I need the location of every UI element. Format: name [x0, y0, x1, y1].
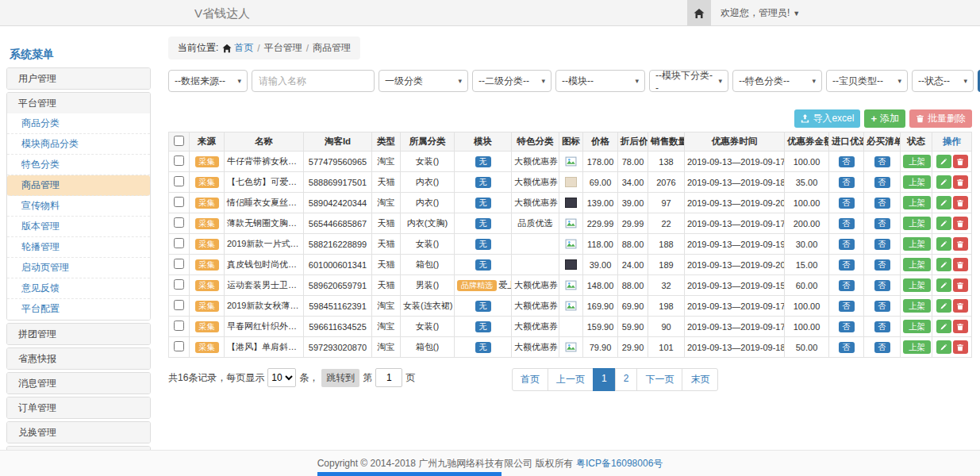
must-buy-badge[interactable]: 否 — [874, 259, 890, 271]
jump-button[interactable]: 跳转到 — [321, 369, 359, 387]
page-button-4[interactable]: 下一页 — [636, 368, 682, 391]
import-select-badge[interactable]: 否 — [839, 342, 855, 353]
status-on-shelf-button[interactable]: 上架 — [903, 237, 931, 251]
must-buy-badge[interactable]: 否 — [874, 301, 890, 312]
delete-button[interactable] — [953, 155, 968, 168]
sidebar-item[interactable]: 意见反馈 — [7, 278, 150, 299]
row-checkbox[interactable] — [174, 197, 184, 207]
must-buy-badge[interactable]: 否 — [874, 177, 890, 188]
status-on-shelf-button[interactable]: 上架 — [903, 299, 931, 313]
edit-button[interactable] — [936, 258, 951, 271]
breadcrumb-item-platform[interactable]: 平台管理 — [264, 41, 302, 55]
status-on-shelf-button[interactable]: 上架 — [903, 196, 931, 209]
sidebar-group-5[interactable]: 订单管理 — [7, 397, 150, 418]
breadcrumb-home-link[interactable]: 首页 — [222, 41, 253, 55]
delete-button[interactable] — [953, 175, 968, 189]
must-buy-badge[interactable]: 否 — [874, 156, 890, 167]
delete-button[interactable] — [953, 320, 968, 333]
sidebar-item[interactable]: 商品分类 — [7, 113, 150, 134]
sidebar-group-1[interactable]: 平台管理 — [7, 93, 150, 113]
row-checkbox[interactable] — [174, 279, 184, 290]
row-checkbox[interactable] — [174, 217, 184, 228]
delete-button[interactable] — [953, 278, 968, 292]
edit-button[interactable] — [936, 175, 951, 189]
filter-select-8[interactable]: --状态--▾ — [912, 70, 974, 92]
must-buy-badge[interactable]: 否 — [874, 218, 890, 229]
sidebar-group-6[interactable]: 兑换管理 — [7, 422, 150, 443]
delete-button[interactable] — [953, 196, 968, 209]
status-on-shelf-button[interactable]: 上架 — [903, 340, 931, 354]
row-checkbox[interactable] — [174, 300, 184, 310]
delete-button[interactable] — [953, 217, 968, 230]
delete-button[interactable] — [953, 340, 968, 354]
edit-button[interactable] — [936, 196, 951, 209]
icp-link[interactable]: 粤ICP备16098006号 — [576, 458, 663, 469]
sidebar-item[interactable]: 平台配置 — [7, 299, 150, 320]
sidebar-item[interactable]: 启动页管理 — [7, 258, 150, 278]
status-on-shelf-button[interactable]: 上架 — [903, 155, 931, 168]
edit-button[interactable] — [936, 155, 951, 168]
row-checkbox[interactable] — [174, 259, 184, 269]
row-checkbox[interactable] — [174, 321, 184, 331]
must-buy-badge[interactable]: 否 — [874, 342, 890, 353]
home-button[interactable] — [687, 0, 711, 26]
page-button-2[interactable]: 1 — [593, 368, 616, 391]
delete-button[interactable] — [953, 237, 968, 251]
row-checkbox[interactable] — [174, 176, 184, 186]
edit-button[interactable] — [936, 340, 951, 354]
per-page-select[interactable]: 10 — [267, 368, 296, 387]
status-on-shelf-button[interactable]: 上架 — [903, 258, 931, 271]
import-select-badge[interactable]: 否 — [839, 239, 855, 250]
status-on-shelf-button[interactable]: 上架 — [903, 320, 931, 333]
filter-select-0[interactable]: --数据来源--▾ — [168, 70, 248, 92]
must-buy-badge[interactable]: 否 — [874, 239, 890, 250]
sidebar-item[interactable]: 特色分类 — [7, 155, 150, 175]
sidebar-item[interactable]: 模块商品分类 — [7, 134, 150, 155]
import-select-badge[interactable]: 否 — [839, 177, 855, 188]
row-checkbox[interactable] — [174, 238, 184, 248]
sidebar-item[interactable]: 版本管理 — [7, 217, 150, 237]
import-select-badge[interactable]: 否 — [839, 218, 855, 229]
must-buy-badge[interactable]: 否 — [874, 198, 890, 209]
sidebar-group-4[interactable]: 消息管理 — [7, 373, 150, 393]
edit-button[interactable] — [936, 320, 951, 333]
page-button-1[interactable]: 上一页 — [548, 368, 594, 391]
import-select-badge[interactable]: 否 — [839, 259, 855, 271]
filter-select-7[interactable]: --宝贝类型--▾ — [826, 70, 908, 92]
user-menu[interactable]: 欢迎您，管理员!▼ — [721, 6, 800, 20]
jump-page-input[interactable] — [375, 368, 402, 387]
edit-button[interactable] — [936, 278, 951, 292]
row-checkbox[interactable] — [174, 341, 184, 351]
page-button-5[interactable]: 末页 — [682, 368, 718, 391]
sidebar-item[interactable]: 宣传物料 — [7, 196, 150, 217]
must-buy-badge[interactable]: 否 — [874, 280, 890, 291]
add-button[interactable]: + 添加 — [864, 109, 905, 128]
sidebar-item[interactable]: 轮播管理 — [7, 237, 150, 258]
page-button-0[interactable]: 首页 — [512, 368, 548, 391]
delete-button[interactable] — [953, 258, 968, 271]
filter-select-6[interactable]: --特色分类--▾ — [732, 70, 822, 92]
sidebar-item[interactable]: 商品管理 — [7, 175, 150, 196]
sidebar-group-2[interactable]: 拼团管理 — [7, 324, 150, 344]
status-on-shelf-button[interactable]: 上架 — [903, 217, 931, 230]
import-select-badge[interactable]: 否 — [839, 321, 855, 332]
import-select-badge[interactable]: 否 — [839, 156, 855, 167]
import-select-badge[interactable]: 否 — [839, 301, 855, 312]
filter-select-3[interactable]: --二级分类--▾ — [472, 70, 551, 92]
sidebar-group-0[interactable]: 用户管理 — [7, 68, 150, 89]
import-select-badge[interactable]: 否 — [839, 280, 855, 291]
filter-select-2[interactable]: 一级分类▾ — [379, 70, 468, 92]
status-on-shelf-button[interactable]: 上架 — [903, 175, 931, 189]
import-select-badge[interactable]: 否 — [839, 198, 855, 209]
edit-button[interactable] — [936, 217, 951, 230]
status-on-shelf-button[interactable]: 上架 — [903, 278, 931, 292]
edit-button[interactable] — [936, 299, 951, 313]
filter-select-5[interactable]: --模块下分类--▾ — [649, 70, 728, 92]
delete-button[interactable] — [953, 299, 968, 313]
import-excel-button[interactable]: 导入excel — [794, 109, 860, 128]
row-checkbox[interactable] — [174, 155, 184, 166]
page-button-3[interactable]: 2 — [615, 368, 638, 391]
name-search-input[interactable] — [252, 70, 375, 92]
sidebar-group-3[interactable]: 省惠快报 — [7, 348, 150, 369]
batch-delete-button[interactable]: 批量删除 — [909, 109, 972, 128]
